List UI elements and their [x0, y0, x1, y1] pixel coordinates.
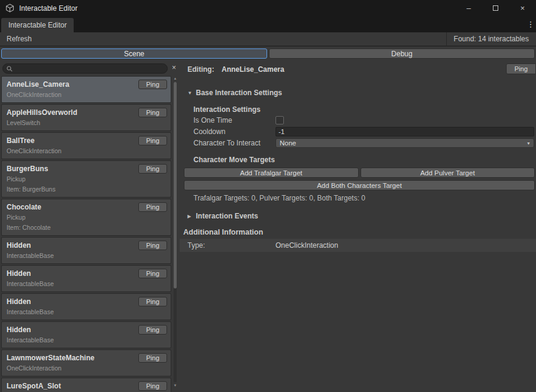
- add-trafalgar-target-button[interactable]: Add Trafalgar Target: [184, 168, 359, 178]
- add-both-characters-target-button[interactable]: Add Both Characters Target: [184, 180, 535, 190]
- targets-summary: Trafalgar Targets: 0, Pulver Targets: 0,…: [193, 193, 365, 203]
- scroll-up-icon[interactable]: ▲: [172, 76, 178, 81]
- move-targets-header: Character Move Targets: [180, 155, 536, 165]
- search-input[interactable]: [15, 65, 163, 72]
- item-subtitle: Pickup: [7, 175, 166, 183]
- inspector-ping-button[interactable]: Ping: [506, 63, 536, 74]
- inspector-panel: Editing: AnneLise_Camera Ping ▼ Base Int…: [180, 59, 536, 392]
- scene-list-panel: × AnneLise_Camera OneClickInteraction Pi…: [0, 59, 178, 392]
- cooldown-row: Cooldown: [180, 127, 536, 137]
- is-one-time-row: Is One Time: [180, 116, 536, 126]
- search-field: [2, 63, 168, 74]
- foldout-label: Interaction Events: [196, 211, 258, 221]
- scroll-down-icon[interactable]: ▼: [172, 383, 178, 388]
- minimize-button[interactable]: –: [455, 0, 482, 16]
- window-controls: – ×: [455, 0, 536, 16]
- list-item[interactable]: AppleHillsOverworld LevelSwitch Ping: [1, 104, 171, 131]
- item-subtitle: InteractableBase: [7, 280, 166, 288]
- editing-value: AnneLise_Camera: [222, 65, 284, 75]
- tab-scene[interactable]: Scene: [1, 48, 267, 59]
- ping-button[interactable]: Ping: [138, 325, 167, 335]
- list-item[interactable]: Chocolate Pickup Item: Chocolate Ping: [1, 199, 171, 236]
- add-both-row: Add Both Characters Target: [184, 180, 535, 190]
- ping-button[interactable]: Ping: [138, 202, 167, 212]
- tab-debug[interactable]: Debug: [269, 48, 535, 59]
- type-label: Type:: [187, 239, 205, 252]
- list-item[interactable]: Hidden InteractableBase Ping: [1, 265, 171, 292]
- foldout-closed-icon: ▶: [187, 214, 191, 219]
- close-button[interactable]: ×: [509, 0, 536, 16]
- item-subtitle: Pickup: [7, 214, 166, 221]
- list-item[interactable]: Hidden InteractableBase Ping: [1, 237, 171, 264]
- found-count: Found: 14 interactables: [446, 32, 536, 45]
- character-to-interact-row: Character To Interact None ▼: [180, 138, 536, 148]
- window-title: Interactable Editor: [19, 4, 77, 13]
- ping-button[interactable]: Ping: [138, 297, 167, 306]
- maximize-button[interactable]: [482, 0, 509, 16]
- interactable-editor-window: { "colors": { "accent_blue": "#5e9de6", …: [0, 0, 536, 392]
- list-scrollbar[interactable]: ▲ ▼: [172, 76, 178, 388]
- is-one-time-checkbox[interactable]: [275, 116, 284, 124]
- item-subtitle: InteractableBase: [7, 336, 166, 344]
- list-item[interactable]: BallTree OneClickInteraction Ping: [1, 132, 171, 159]
- doc-tabstrip: Interactable Editor ⋮: [0, 16, 536, 32]
- toolbar: Refresh Found: 14 interactables: [0, 32, 536, 47]
- ping-button[interactable]: Ping: [138, 381, 167, 391]
- app-icon: [5, 4, 14, 13]
- item-subtitle: InteractableBase: [7, 252, 166, 260]
- cooldown-label: Cooldown: [193, 127, 225, 137]
- item-subtitle: Item: BurgerBuns: [7, 186, 166, 193]
- scrollbar-thumb[interactable]: [174, 82, 177, 288]
- mode-tabs: Scene Debug: [1, 48, 535, 59]
- list-item[interactable]: LawnmowerStateMachine OneClickInteractio…: [1, 350, 171, 376]
- ping-button[interactable]: Ping: [138, 269, 167, 278]
- ping-button[interactable]: Ping: [138, 241, 167, 250]
- close-icon: ×: [520, 4, 525, 13]
- ping-button[interactable]: Ping: [138, 108, 167, 117]
- type-row: Type: OneClickInteraction: [180, 239, 536, 252]
- add-target-buttons-row: Add Trafalgar Target Add Pulver Target: [184, 168, 535, 178]
- clear-search-icon[interactable]: ×: [170, 63, 178, 72]
- editing-row: Editing: AnneLise_Camera: [180, 65, 536, 75]
- ping-button[interactable]: Ping: [138, 136, 167, 145]
- cooldown-field[interactable]: [275, 127, 534, 136]
- ping-button[interactable]: Ping: [138, 80, 167, 89]
- item-subtitle: OneClickInteraction: [7, 147, 166, 155]
- list-item[interactable]: Hidden InteractableBase Ping: [1, 293, 171, 320]
- tab-interactable-editor[interactable]: Interactable Editor: [1, 18, 74, 32]
- section-header: Interaction Settings: [193, 105, 261, 115]
- minimize-icon: –: [467, 4, 471, 13]
- type-value: OneClickInteraction: [275, 239, 338, 252]
- character-to-interact-dropdown[interactable]: None ▼: [275, 138, 534, 148]
- item-subtitle: OneClickInteraction: [7, 364, 166, 372]
- ping-button[interactable]: Ping: [138, 164, 167, 174]
- kebab-menu-icon[interactable]: ⋮: [525, 20, 536, 32]
- base-settings-foldout[interactable]: ▼ Base Interaction Settings: [180, 88, 536, 98]
- refresh-button[interactable]: Refresh: [0, 32, 38, 45]
- character-to-interact-label: Character To Interact: [193, 138, 261, 148]
- chevron-down-icon: ▼: [526, 141, 531, 146]
- list-item[interactable]: BurgerBuns Pickup Item: BurgerBuns Ping: [1, 160, 171, 197]
- interaction-events-foldout[interactable]: ▶ Interaction Events: [180, 211, 536, 221]
- section-header: Character Move Targets: [193, 155, 275, 165]
- list-item[interactable]: Hidden InteractableBase Ping: [1, 321, 171, 348]
- list-item[interactable]: LureSpotA_Slot Ping: [1, 378, 171, 392]
- dropdown-value: None: [280, 139, 296, 147]
- item-subtitle: InteractableBase: [7, 308, 166, 316]
- additional-information-header: Additional Information: [180, 227, 536, 238]
- section-header: Additional Information: [183, 227, 263, 238]
- editing-label: Editing:: [187, 65, 214, 75]
- interactable-list: AnneLise_Camera OneClickInteraction Ping…: [1, 76, 171, 392]
- foldout-label: Base Interaction Settings: [196, 88, 282, 98]
- list-item[interactable]: AnneLise_Camera OneClickInteraction Ping: [1, 76, 171, 103]
- foldout-open-icon: ▼: [187, 90, 192, 96]
- add-pulver-target-button[interactable]: Add Pulver Target: [361, 168, 535, 178]
- search-icon: [7, 66, 13, 72]
- interaction-settings-header: Interaction Settings: [180, 105, 536, 115]
- ping-button[interactable]: Ping: [138, 353, 167, 363]
- is-one-time-label: Is One Time: [193, 116, 232, 126]
- item-subtitle: OneClickInteraction: [7, 91, 166, 99]
- titlebar: Interactable Editor – ×: [0, 0, 536, 16]
- targets-summary-row: Trafalgar Targets: 0, Pulver Targets: 0,…: [180, 193, 536, 203]
- maximize-icon: [493, 5, 498, 11]
